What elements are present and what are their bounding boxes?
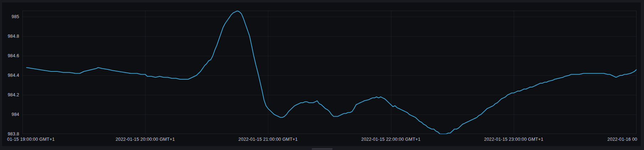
y-tick-label: 983.8 — [2, 132, 19, 136]
y-tick-label: 984 — [2, 112, 19, 117]
x-tick-label: 2022-01-15 23:00:00 GMT+1 — [484, 137, 544, 142]
plot-area[interactable] — [22, 11, 637, 134]
time-series-panel: 985984.8984.6984.4984.2984983.8 01-15 19… — [2, 2, 641, 146]
x-tick-label: 2022-01-16 00 — [607, 137, 637, 142]
horizontal-scrollbar-thumb[interactable] — [312, 148, 333, 150]
y-tick-label: 984.6 — [2, 53, 19, 58]
x-tick-label: 2022-01-15 21:00:00 GMT+1 — [238, 137, 298, 142]
y-tick-label: 985 — [2, 14, 19, 19]
y-tick-label: 984.2 — [2, 92, 19, 97]
plot-frame — [23, 11, 637, 134]
y-tick-label: 984.8 — [2, 34, 19, 39]
x-tick-label: 01-15 19:00:00 GMT+1 — [7, 137, 55, 142]
series-line — [27, 11, 637, 134]
x-tick-label: 2022-01-15 22:00:00 GMT+1 — [361, 137, 421, 142]
dashboard-page: 985984.8984.6984.4984.2984983.8 01-15 19… — [0, 0, 644, 150]
line-chart — [22, 11, 637, 134]
y-tick-label: 984.4 — [2, 73, 19, 78]
x-tick-label: 2022-01-15 20:00:00 GMT+1 — [116, 137, 175, 142]
